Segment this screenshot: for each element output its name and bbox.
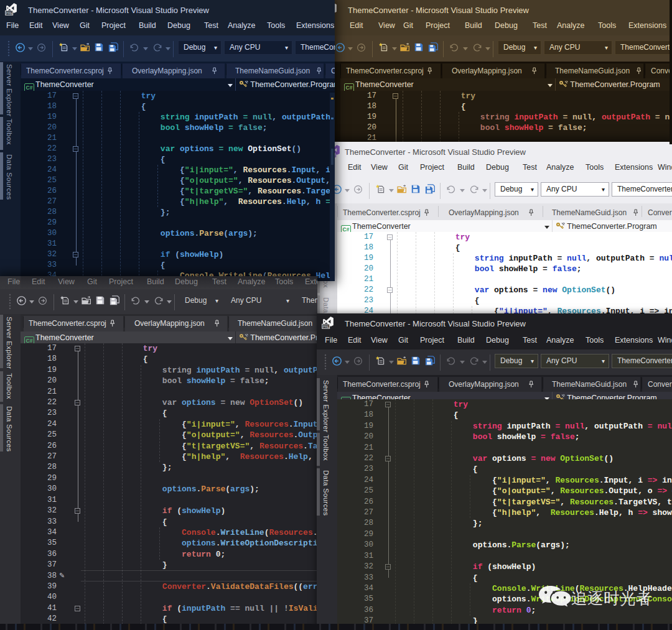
svg-text:PRE: PRE (323, 325, 330, 328)
svg-text:PRE: PRE (6, 12, 13, 15)
svg-text:追逐时光者: 追逐时光者 (571, 590, 652, 607)
